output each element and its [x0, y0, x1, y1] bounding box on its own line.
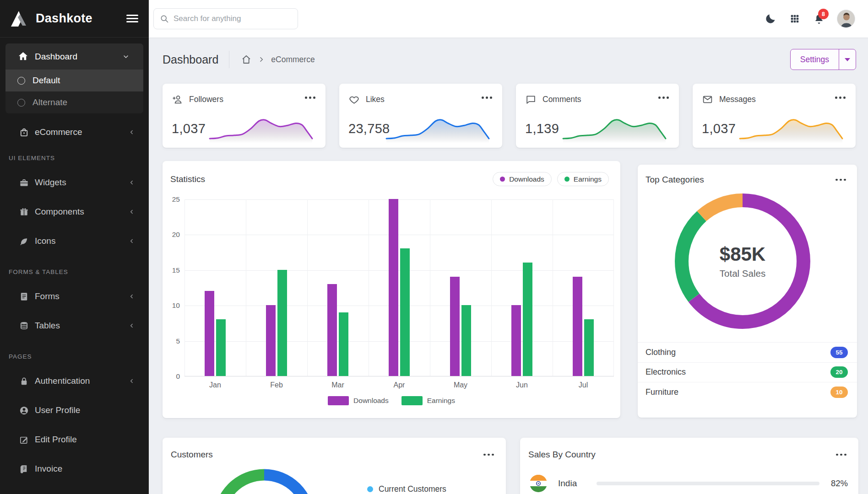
notifications-bell-icon[interactable]: 8 — [813, 12, 825, 25]
sidebar-item-authentication[interactable]: Authentication — [0, 366, 149, 396]
sidebar-nav: Dashboard Default Alternate eCommerce — [0, 38, 149, 483]
chevron-left-icon — [129, 209, 135, 215]
followers-card: Followers 1,037 — [163, 84, 326, 148]
stat-card-row: Followers 1,037 Likes 23,758 Comments 1,… — [163, 84, 856, 148]
current-customers-dot-icon — [367, 486, 373, 492]
sidebar-item-ecommerce[interactable]: eCommerce — [0, 119, 149, 145]
electronics-count-badge: 20 — [830, 366, 848, 378]
category-row-electronics[interactable]: Electronics 20 — [638, 362, 857, 382]
country-label: India — [558, 478, 577, 489]
settings-button[interactable]: Settings — [791, 49, 839, 70]
dark-mode-moon-icon[interactable] — [764, 12, 777, 25]
sidebar-item-user-profile[interactable]: User Profile — [0, 396, 149, 425]
sidebar-item-alternate[interactable]: Alternate — [5, 91, 143, 113]
breadcrumb-current[interactable]: eCommerce — [271, 55, 315, 64]
person-add-icon — [172, 94, 183, 105]
chevron-left-icon — [129, 378, 135, 384]
earnings-dot-icon — [564, 177, 570, 182]
database-icon — [18, 320, 29, 331]
more-menu-icon[interactable] — [657, 94, 670, 102]
comment-icon — [525, 94, 537, 105]
divider — [229, 51, 229, 68]
apps-grid-icon[interactable] — [788, 12, 801, 25]
notification-badge: 8 — [818, 9, 829, 19]
brand-name: Dashkote — [36, 11, 92, 26]
earnings-swatch-icon — [401, 396, 423, 405]
more-menu-icon[interactable] — [834, 94, 846, 102]
chevron-left-icon — [129, 238, 135, 244]
form-document-icon — [18, 291, 29, 302]
bar-earnings-apr — [400, 248, 410, 376]
sales-by-country-title: Sales By Country — [528, 450, 596, 460]
category-row-clothing[interactable]: Clothing 55 — [638, 342, 857, 362]
bar-earnings-feb — [277, 270, 287, 376]
bar-earnings-jul — [584, 319, 594, 376]
chevron-down-icon — [122, 53, 130, 60]
page-title: Dashboard — [163, 53, 218, 66]
home-icon — [17, 51, 28, 62]
radio-icon — [17, 99, 25, 107]
search-input[interactable] — [174, 14, 292, 23]
downloads-dot-icon — [500, 177, 505, 182]
breadcrumb: eCommerce — [241, 54, 315, 65]
legend-chip-earnings[interactable]: Earnings — [557, 172, 609, 186]
sidebar-section-ui-elements: UI ELEMENTS — [0, 155, 149, 161]
topbar: 8 — [149, 0, 868, 38]
user-circle-icon — [18, 405, 29, 416]
sidebar-item-default[interactable]: Default — [5, 70, 143, 91]
sidebar-item-tables[interactable]: Tables — [0, 311, 149, 340]
shopping-bag-icon — [18, 127, 29, 138]
bar-downloads-jun — [511, 305, 521, 376]
sidebar-item-dashboard[interactable]: Dashboard — [5, 43, 143, 70]
top-categories-title: Top Categories — [646, 175, 704, 185]
sidebar-item-components[interactable]: Components — [0, 197, 149, 226]
caret-down-icon — [845, 58, 850, 61]
page-header: Dashboard eCommerce Settings — [163, 46, 856, 73]
settings-split-button[interactable]: Settings — [790, 49, 856, 70]
hamburger-menu-icon[interactable] — [126, 13, 138, 24]
settings-dropdown-toggle[interactable] — [839, 49, 856, 70]
furniture-count-badge: 10 — [830, 387, 848, 398]
briefcase-icon — [18, 177, 29, 188]
more-menu-icon[interactable] — [483, 451, 495, 459]
stat-label: Messages — [719, 95, 756, 104]
chevron-left-icon — [129, 129, 135, 135]
statistics-card: Statistics Downloads Earnings 0510152025… — [163, 161, 620, 418]
messages-sparkline — [738, 109, 844, 144]
bar-earnings-jun — [523, 263, 532, 376]
more-menu-icon[interactable] — [304, 94, 316, 102]
likes-card: Likes 23,758 — [339, 84, 502, 148]
radio-icon — [17, 77, 25, 85]
comments-sparkline — [562, 109, 667, 144]
search-box[interactable] — [153, 8, 298, 29]
bar-downloads-jul — [573, 277, 582, 376]
bar-downloads-feb — [266, 305, 276, 376]
customers-card: Customers Current Customers — [163, 438, 506, 494]
sidebar-item-forms[interactable]: Forms — [0, 282, 149, 311]
lock-icon — [18, 376, 29, 387]
bar-downloads-may — [450, 277, 460, 376]
sidebar-item-edit-profile[interactable]: Edit Profile — [0, 425, 149, 454]
breadcrumb-home-icon[interactable] — [241, 54, 252, 65]
india-flag-icon — [530, 475, 547, 492]
edit-icon — [18, 434, 29, 445]
more-menu-icon[interactable] — [481, 94, 493, 102]
stat-value: 1,037 — [172, 121, 206, 136]
likes-sparkline — [385, 109, 490, 144]
customers-donut-chart — [209, 465, 319, 494]
bar-earnings-jan — [216, 319, 226, 376]
more-menu-icon[interactable] — [835, 176, 847, 184]
more-menu-icon[interactable] — [835, 451, 847, 459]
legend-chip-downloads[interactable]: Downloads — [493, 172, 552, 186]
sidebar-item-icons[interactable]: Icons — [0, 226, 149, 256]
search-icon — [160, 14, 169, 23]
current-customers-label: Current Customers — [379, 484, 446, 494]
category-row-furniture[interactable]: Furniture 10 — [638, 382, 857, 402]
stat-value: 1,139 — [525, 121, 559, 136]
user-avatar[interactable] — [837, 10, 855, 28]
sidebar-item-widgets[interactable]: Widgets — [0, 168, 149, 197]
sidebar-item-invoice[interactable]: Invoice — [0, 454, 149, 483]
chevron-left-icon — [129, 293, 135, 300]
bar-downloads-apr — [389, 199, 398, 376]
bar-earnings-may — [461, 305, 471, 376]
